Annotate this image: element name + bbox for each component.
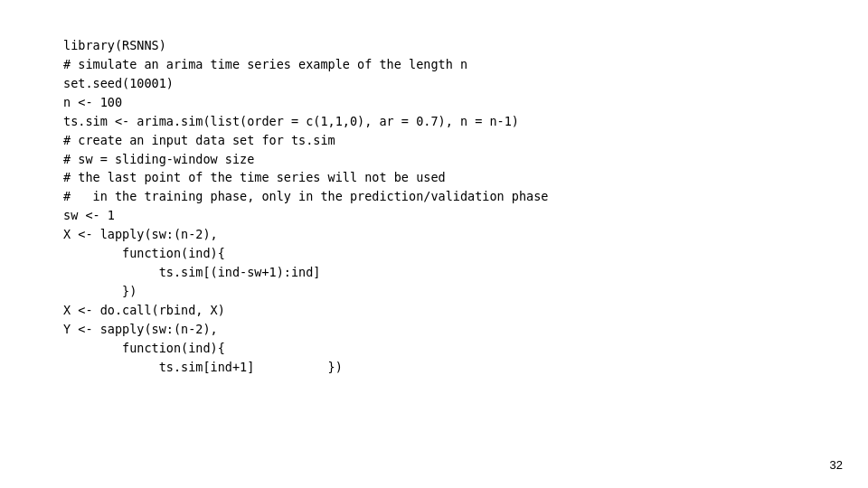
code-container: library(RSNNS) # simulate an arima time …: [63, 36, 805, 377]
page-number: 32: [830, 458, 843, 472]
code-block: library(RSNNS) # simulate an arima time …: [63, 36, 805, 377]
